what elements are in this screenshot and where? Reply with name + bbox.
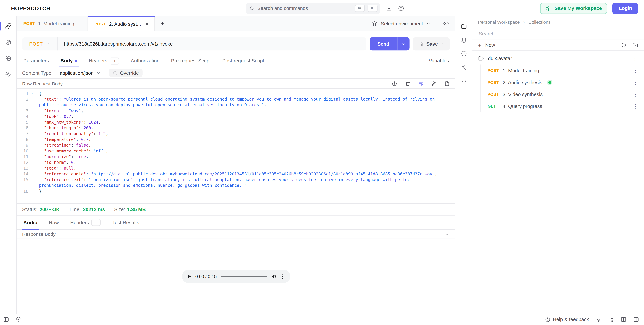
tab-test-results[interactable]: Test Results [106, 216, 145, 229]
interceptor-button[interactable] [16, 317, 21, 322]
download-response-button[interactable] [444, 232, 450, 237]
code-text: "text": "Olares is an open-source person… [36, 96, 455, 108]
code-line: 9 "streaming": false, [17, 142, 455, 148]
tab-audio[interactable]: Audio [22, 216, 43, 229]
help-feedback-button[interactable]: Help & feedback [545, 317, 589, 322]
method-select[interactable]: POST [22, 38, 57, 50]
tab-method: POST [24, 21, 35, 26]
audio-player[interactable]: 0:00 / 0:15 ⋮ [182, 270, 290, 283]
tab-raw[interactable]: Raw [43, 216, 64, 229]
collection-request-item[interactable]: POST3. Video synthesis⋮ [481, 88, 644, 100]
fold-caret-icon[interactable]: ▾ [28, 91, 36, 96]
json-body-editor[interactable]: 1▾{2 "text": "Olares is an open-source p… [17, 89, 455, 204]
collection-menu-button[interactable]: ⋮ [632, 56, 638, 61]
share-button[interactable] [608, 317, 614, 322]
code-line: 16} [17, 188, 455, 194]
save-request-button[interactable]: Save [413, 38, 450, 50]
collection-request-item[interactable]: POST2. Audio systhesis⋮ [481, 76, 644, 88]
tab-parameters[interactable]: Parameters [22, 55, 55, 67]
tab-pre-request-script[interactable]: Pre-request Script [165, 55, 216, 67]
share-panel-button[interactable] [456, 60, 472, 74]
new-tab-button[interactable]: + [155, 16, 170, 31]
breadcrumb-workspace[interactable]: Personal Workspace [478, 20, 520, 24]
layers-icon [372, 21, 378, 26]
nav-settings[interactable] [0, 66, 16, 82]
audio-time: 0:00 / 0:15 [195, 274, 216, 279]
environment-quick-peek[interactable] [436, 16, 455, 31]
fold-spacer [28, 148, 36, 154]
collection-request-item[interactable]: POST1. Model training⋮ [481, 64, 644, 76]
override-button[interactable]: Override [109, 68, 142, 77]
wrap-lines-button[interactable] [418, 81, 424, 86]
tab-headers[interactable]: Headers1 [83, 55, 125, 67]
headers-count-badge: 1 [92, 219, 101, 226]
environment-select[interactable]: Select environment [366, 16, 436, 31]
request-menu-button[interactable]: ⋮ [632, 68, 639, 73]
send-button[interactable]: Send [370, 38, 410, 50]
prettify-button[interactable] [431, 81, 436, 86]
unsaved-dot [146, 23, 148, 25]
toggle-right-panel-button[interactable] [633, 317, 639, 322]
line-gutter: 12 [17, 160, 36, 166]
search-input[interactable]: Search and commands ⌘ K [245, 3, 380, 14]
login-button[interactable]: Login [612, 3, 638, 14]
plus-icon: + [478, 42, 482, 48]
import-file-button[interactable] [444, 81, 450, 86]
send-options-caret[interactable] [397, 38, 410, 50]
kbd-cmd: ⌘ [355, 4, 364, 12]
code-line: 15 "reference_text": "localization isn't… [17, 177, 455, 189]
clear-body-button[interactable] [405, 81, 410, 86]
help-button[interactable] [392, 81, 397, 86]
status-label: Status: [22, 206, 38, 212]
collections-search-input[interactable] [478, 30, 638, 37]
request-menu-button[interactable]: ⋮ [632, 92, 639, 97]
request-tab-2-active[interactable]: POST 2. Audio syst... [88, 16, 155, 31]
code-snippet-panel-button[interactable] [456, 74, 472, 88]
collection-folder[interactable]: duix.avatar ⋮ [472, 52, 644, 64]
fold-spacer [28, 177, 36, 189]
tab-label: Pre-request Script [171, 58, 211, 64]
nav-realtime[interactable] [0, 50, 16, 66]
environments-panel-button[interactable] [456, 33, 472, 47]
import-export-button[interactable] [632, 42, 638, 48]
variables-link[interactable]: Variables [429, 55, 450, 67]
toggle-sidebar-button[interactable] [3, 317, 9, 322]
collection-request-item[interactable]: GET4. Query progress⋮ [481, 100, 644, 112]
trash-icon [405, 81, 410, 86]
search-placeholder: Search and commands [257, 5, 352, 11]
split-columns-button[interactable] [620, 317, 626, 322]
breadcrumb-collections[interactable]: Collections [528, 20, 550, 24]
tab-body[interactable]: Body [55, 55, 83, 67]
shortcuts-button[interactable] [596, 317, 601, 322]
share-icon [608, 317, 614, 322]
tab-authorization[interactable]: Authorization [125, 55, 165, 67]
request-tab-1[interactable]: POST 1. Model training [17, 16, 88, 31]
right-icon-strip [455, 16, 472, 314]
support-button[interactable] [398, 5, 404, 12]
code-icon [461, 78, 467, 84]
volume-button[interactable] [270, 274, 276, 279]
main-pane: POST 1. Model training POST 2. Audio sys… [17, 16, 455, 314]
screen: HOPPSCOTCH Search and commands ⌘ K Save … [0, 0, 644, 325]
request-section-tabs: Parameters Body Headers1 Authorization P… [17, 55, 455, 68]
new-collection-button[interactable]: New [485, 42, 495, 48]
nav-rest[interactable] [0, 18, 16, 34]
collections-panel-button[interactable] [456, 20, 472, 33]
play-button[interactable] [187, 274, 192, 279]
line-gutter: 7 [17, 131, 36, 137]
download-app-button[interactable] [386, 5, 392, 12]
request-menu-button[interactable]: ⋮ [632, 103, 639, 109]
audio-seek-bar[interactable] [220, 276, 267, 277]
save-workspace-button[interactable]: Save My Workspace [540, 3, 607, 14]
nav-graphql[interactable] [0, 34, 16, 50]
collections-help-button[interactable] [621, 42, 626, 48]
code-line: 8 "temperature": 0.7, [17, 137, 455, 142]
audio-menu-button[interactable]: ⋮ [280, 273, 285, 280]
tab-post-request-script[interactable]: Post-request Script [216, 55, 270, 67]
request-menu-button[interactable]: ⋮ [632, 80, 639, 85]
content-type-select[interactable]: application/json [60, 70, 100, 76]
url-input[interactable]: https://318a026b.laresprime.olares.com/v… [57, 38, 366, 50]
tab-response-headers[interactable]: Headers1 [64, 216, 107, 229]
history-panel-button[interactable] [456, 47, 472, 60]
code-text: { [36, 91, 455, 96]
